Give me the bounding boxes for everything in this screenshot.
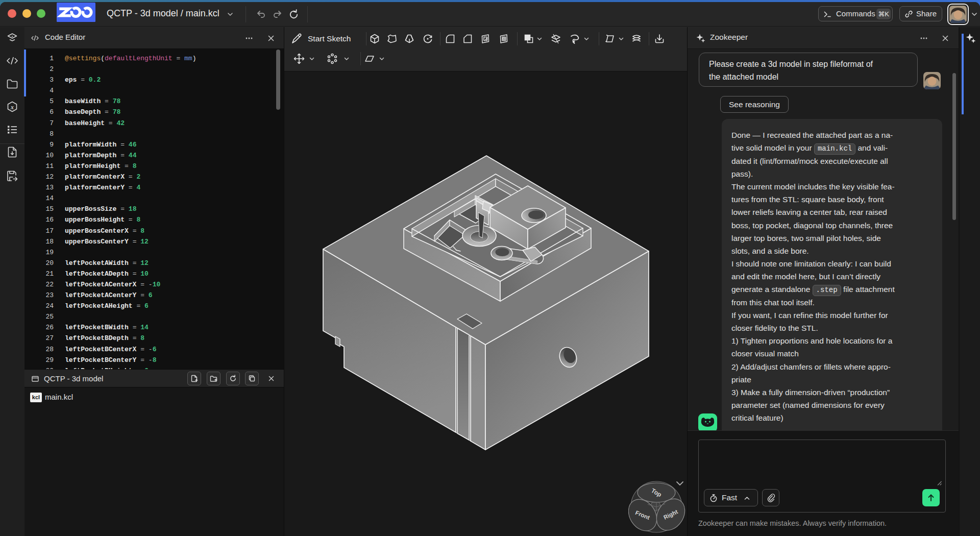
svg-text:x: x — [10, 104, 14, 111]
